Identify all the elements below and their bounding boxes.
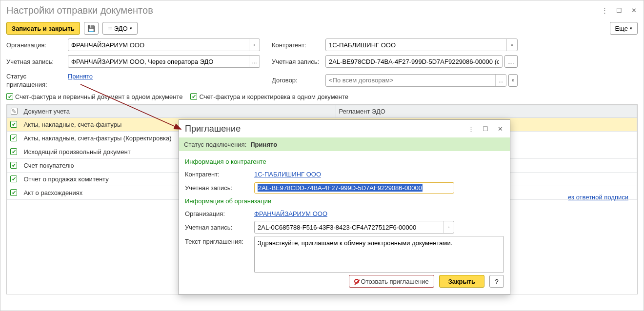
reg-signature-link[interactable]: ез ответной подписи (568, 194, 628, 201)
checkbox-icon[interactable] (10, 135, 17, 141)
save-icon: 💾 (87, 25, 95, 32)
chevron-down-icon: ▾ (130, 26, 132, 31)
status-label: Статус подключения: (184, 141, 246, 148)
invite-status-link[interactable]: Принято (68, 73, 93, 80)
col-check[interactable]: ✎ (7, 105, 21, 117)
open-icon[interactable]: ▫ (443, 221, 454, 233)
label-invite-text: Текст приглашения: (185, 236, 251, 245)
label-contract: Договор: (272, 77, 325, 84)
form-grid: Организация: ▫ Контрагент: ▫ Учетная зап… (0, 39, 644, 89)
dialog-cp-link[interactable]: 1С-ПАБЛИШИНГ ООО (254, 171, 321, 178)
main-window: Настройки отправки документов ⋮ ☐ ✕ Запи… (0, 0, 644, 311)
checkbox-icon[interactable] (6, 93, 13, 100)
maximize-icon[interactable]: ☐ (482, 125, 489, 133)
checkbox-icon[interactable] (190, 93, 197, 100)
save-close-button[interactable]: Записать и закрыть (6, 22, 80, 35)
ellipsis-icon[interactable]: … (249, 56, 260, 67)
account-input[interactable] (68, 58, 249, 65)
toolbar: Записать и закрыть 💾 ≣ ЭДО ▾ Еще ▾ (0, 20, 644, 39)
label-org: Организация: (6, 41, 68, 49)
dialog-acc-field[interactable]: 2AL-BE978CDD-74BA-4F27-999D-5D7AF9229086… (254, 182, 454, 194)
counterparty-input[interactable] (326, 41, 506, 49)
dialog-titlebar: Приглашение ⋮ ☐ ✕ (179, 120, 510, 137)
section-org: Информация об организации (185, 197, 504, 205)
close-icon[interactable]: ✕ (496, 125, 504, 133)
label-invite-status: Статус приглашения: (6, 72, 68, 89)
save-button[interactable]: 💾 (84, 22, 99, 35)
cp-account-input[interactable] (326, 58, 502, 65)
label-cp-account: Учетная запись: (272, 58, 325, 65)
main-titlebar: Настройки отправки документов ⋮ ☐ ✕ (0, 0, 644, 20)
invite-dialog: Приглашение ⋮ ☐ ✕ Статус подключения: Пр… (179, 119, 510, 295)
invite-text-area[interactable] (254, 236, 504, 273)
dialog-close-button[interactable]: Закрыть (439, 275, 484, 288)
check-sf-primary[interactable]: Счет-фактура и первичный документ в одно… (6, 93, 182, 100)
dialog-title: Приглашение (185, 124, 467, 134)
chevron-down-icon: ▾ (630, 26, 632, 31)
checkbox-icon[interactable] (10, 162, 17, 169)
dialog-status-bar: Статус подключения: Принято (179, 137, 510, 151)
edo-button[interactable]: ≣ ЭДО ▾ (102, 22, 138, 35)
cp-account-ellipsis-button[interactable]: … (504, 55, 518, 68)
dialog-org-acc-input[interactable] (255, 224, 443, 231)
edo-icon: ≣ (108, 25, 112, 32)
checkbox-icon[interactable] (10, 189, 17, 196)
org-input[interactable] (68, 41, 249, 49)
help-button[interactable]: ? (489, 275, 504, 288)
cp-account-field[interactable] (325, 55, 503, 68)
account-field[interactable]: … (68, 55, 260, 68)
checkbox-icon[interactable] (10, 175, 17, 182)
check-sf-corr[interactable]: Счет-фактура и корректировка в одном док… (190, 93, 348, 100)
col-reg[interactable]: Регламент ЭДО (336, 105, 637, 117)
window-title: Настройки отправки документов (6, 5, 601, 16)
dialog-org-acc-field[interactable]: ▫ (254, 221, 454, 233)
label-dialog-cp: Контрагент: (185, 171, 251, 178)
checks-row: Счет-фактура и первичный документ в одно… (0, 89, 644, 104)
label-counterparty: Контрагент: (272, 41, 325, 49)
contract-open-button[interactable]: ▫ (508, 74, 518, 87)
dialog-actions: Отозвать приглашение Закрыть ? (185, 273, 504, 289)
open-icon[interactable]: ▫ (506, 39, 517, 51)
contract-input[interactable] (326, 77, 495, 84)
status-value: Принято (250, 141, 277, 148)
revoke-invite-button[interactable]: Отозвать приглашение (349, 275, 434, 288)
ellipsis-icon[interactable]: … (495, 75, 506, 86)
dialog-body: Информация о контрагенте Контрагент: 1С-… (179, 151, 510, 294)
counterparty-field[interactable]: ▫ (325, 39, 518, 51)
revoke-icon (354, 279, 359, 284)
col-doc[interactable]: Документ учета (21, 105, 336, 117)
label-account: Учетная запись: (6, 58, 68, 65)
checkbox-icon[interactable] (10, 121, 17, 128)
maximize-icon[interactable]: ☐ (615, 6, 623, 14)
kebab-icon[interactable]: ⋮ (467, 125, 475, 133)
section-counterparty: Информация о контрагенте (185, 158, 504, 165)
checkbox-header-icon[interactable]: ✎ (11, 108, 18, 115)
label-dialog-org-acc: Учетная запись: (185, 224, 251, 231)
kebab-icon[interactable]: ⋮ (601, 6, 608, 14)
checkbox-icon[interactable] (10, 148, 17, 155)
label-dialog-org: Организация: (185, 210, 251, 217)
open-icon[interactable]: ▫ (249, 39, 260, 51)
close-icon[interactable]: ✕ (630, 6, 638, 14)
dialog-org-link[interactable]: ФРАНЧАЙЗАРИУМ ООО (254, 210, 327, 217)
more-button[interactable]: Еще ▾ (610, 22, 638, 35)
contract-field[interactable]: … (325, 74, 506, 87)
org-field[interactable]: ▫ (68, 39, 260, 51)
label-dialog-acc: Учетная запись: (185, 184, 251, 192)
